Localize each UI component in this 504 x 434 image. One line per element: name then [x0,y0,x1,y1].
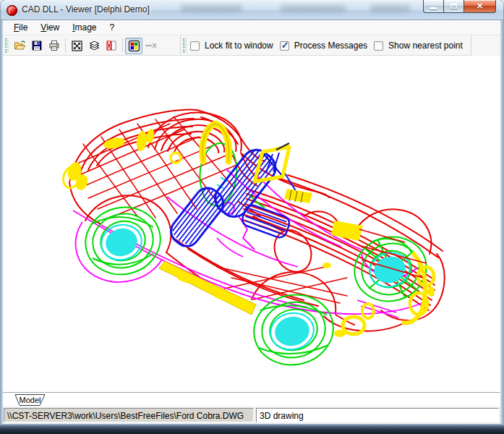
checkbox-box[interactable] [374,41,383,51]
save-icon [31,40,43,51]
toolbar-separator [65,38,66,53]
checkbox-box[interactable] [190,41,200,51]
layers-icon [88,40,101,51]
toolbar-grip[interactable] [5,38,9,53]
close-icon: ✕ [477,2,483,10]
menu-bar: File View Image ? [3,20,500,35]
checkbox-lock-fit-to-window[interactable]: Lock fit to window [189,41,278,51]
fit-icon [71,40,83,52]
save-button[interactable] [28,38,46,54]
toolbar-separator [122,38,123,53]
menu-view[interactable]: View [34,21,66,34]
window-border-right [500,20,504,434]
toolbar: Lock fit to window Process Messages Show… [3,35,500,56]
app-window: CAD DLL - Viewer [Delphi Demo] ✕ File Vi… [0,0,504,434]
checkbox-box[interactable] [280,41,289,51]
model-tab-label: Model [20,396,41,404]
entities-icon [106,40,117,51]
toolbar-grip[interactable] [183,38,187,53]
checkbox-label: Process Messages [294,41,367,51]
palette-icon [128,40,140,52]
glass-blur-artifact [281,5,346,12]
open-button[interactable] [11,38,28,54]
close-button[interactable]: ✕ [464,0,496,13]
app-icon [7,5,17,16]
entities-button[interactable] [103,38,120,54]
measure-button [142,38,160,54]
fit-to-window-button[interactable] [68,38,85,54]
palette-button[interactable] [125,38,142,54]
glass-blur-artifact [370,5,410,12]
glass-blur-artifact [181,5,242,12]
layout-tab-row: Model [3,393,500,407]
checkbox-label: Show nearest point [388,41,463,51]
toolbar-band-options: Lock fit to window Process Messages Show… [181,35,471,56]
measure-icon [145,41,158,51]
checkbox-label: Lock fit to window [205,41,273,51]
status-drawing-type: 3D drawing [256,408,499,422]
menu-file[interactable]: File [7,21,34,34]
checkbox-process-messages[interactable]: Process Messages [278,41,372,51]
title-bar[interactable]: CAD DLL - Viewer [Delphi Demo] ✕ [0,0,504,20]
status-bar: \\CST-SERVER3\work\Users\BestFreeFiles\F… [3,407,500,424]
window-border-bottom [0,424,504,434]
menu-help[interactable]: ? [103,21,121,34]
toolbar-band-main [3,35,181,56]
minimize-button[interactable] [423,0,444,13]
print-button[interactable] [46,38,63,54]
checkbox-show-nearest-point[interactable]: Show nearest point [372,41,468,51]
model-tab[interactable]: Model [13,394,71,407]
menu-image[interactable]: Image [66,21,103,34]
print-icon [48,40,60,51]
drawing-canvas[interactable] [3,56,500,393]
window-title: CAD DLL - Viewer [Delphi Demo] [22,4,150,14]
layers-button[interactable] [85,38,103,54]
status-file-path: \\CST-SERVER3\work\Users\BestFreeFiles\F… [4,408,254,422]
maximize-icon [450,4,457,9]
maximize-button[interactable] [444,0,464,13]
car-wireframe-drawing [3,56,500,393]
minimize-icon [430,7,437,9]
open-folder-icon [14,40,26,51]
